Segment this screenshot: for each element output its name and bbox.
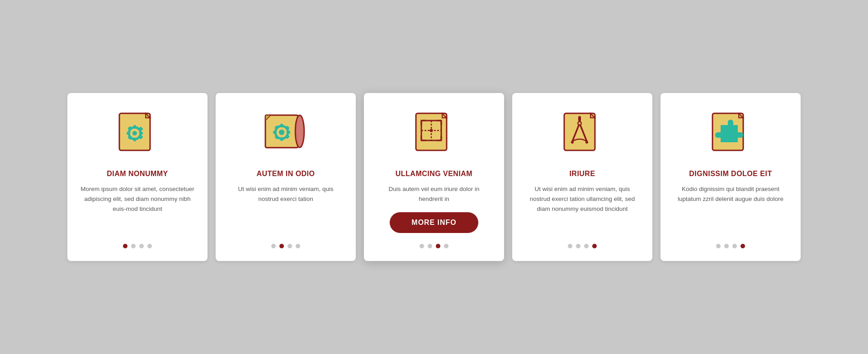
dot-3: [288, 244, 292, 248]
dot-2: [724, 244, 729, 248]
dot-3: [732, 244, 737, 248]
card-1: DIAM NONUMMY Morem ipsum dolor sit amet,…: [67, 93, 208, 261]
card-3-dots: [420, 244, 448, 248]
svg-point-15: [279, 130, 284, 135]
dot-1: [716, 244, 721, 248]
card-2-dots: [271, 244, 300, 248]
card-3-text: Duis autem vel eum iriure dolor in hendr…: [377, 184, 491, 204]
dot-3: [584, 244, 589, 248]
svg-rect-3: [133, 125, 136, 129]
card-2: AUTEM IN ODIO Ut wisi enim ad minim veni…: [216, 93, 356, 261]
svg-rect-18: [273, 131, 277, 134]
dot-4: [147, 244, 152, 248]
dot-3: [436, 244, 440, 248]
card-5-dots: [716, 244, 745, 248]
dot-1: [420, 244, 424, 248]
card-2-text: Ut wisi enim ad minim veniam, quis nostr…: [228, 184, 343, 233]
compass-file-icon: [557, 107, 607, 157]
svg-point-35: [585, 141, 588, 144]
svg-rect-17: [280, 137, 283, 141]
card-4: IRIURE Ut wisi enim ad minim veniam, qui…: [512, 93, 652, 261]
dot-1: [271, 244, 276, 248]
card-2-title: AUTEM IN ODIO: [257, 170, 315, 178]
svg-rect-4: [133, 138, 136, 141]
card-3-title: ULLAMCING VENIAM: [396, 170, 472, 178]
card-4-text: Ut wisi enim ad minim veniam, quis nostr…: [525, 184, 640, 233]
dot-4: [444, 244, 448, 248]
dot-4: [741, 244, 745, 248]
dot-1: [123, 244, 127, 248]
gear-file-icon: [113, 107, 162, 157]
dot-3: [139, 244, 144, 248]
svg-point-13: [297, 116, 303, 146]
card-5: DIGNISSIM DOLOE EIT Kodio dignissim qui …: [660, 93, 801, 261]
svg-rect-5: [127, 132, 130, 135]
card-5-title: DIGNISSIM DOLOE EIT: [689, 170, 772, 178]
puzzle-file-icon: [706, 107, 755, 157]
crosshair-file-icon: [409, 107, 459, 157]
dot-2: [279, 244, 284, 248]
blueprint-gear-icon: [261, 107, 311, 157]
dot-4: [592, 244, 597, 248]
svg-point-34: [571, 141, 574, 144]
more-info-button[interactable]: MORE INFO: [390, 212, 478, 233]
dot-2: [428, 244, 432, 248]
card-1-dots: [123, 244, 152, 248]
dot-4: [296, 244, 300, 248]
card-4-dots: [568, 244, 597, 248]
card-1-title: DIAM NONUMMY: [107, 170, 168, 178]
svg-rect-16: [280, 124, 283, 127]
dot-2: [576, 244, 580, 248]
svg-point-28: [430, 129, 433, 132]
svg-rect-36: [578, 116, 581, 121]
svg-point-33: [579, 122, 581, 125]
svg-rect-19: [287, 131, 290, 134]
cards-container: DIAM NONUMMY Morem ipsum dolor sit amet,…: [40, 75, 828, 279]
card-3: ULLAMCING VENIAM Duis autem vel eum iriu…: [364, 93, 504, 261]
svg-rect-6: [139, 132, 143, 135]
card-4-title: IRIURE: [569, 170, 595, 178]
svg-point-2: [132, 131, 137, 135]
dot-2: [131, 244, 136, 248]
dot-1: [568, 244, 572, 248]
card-1-text: Morem ipsum dolor sit amet, consectetuer…: [80, 184, 195, 233]
card-5-text: Kodio dignissim qui blandit praesent lup…: [673, 184, 788, 233]
